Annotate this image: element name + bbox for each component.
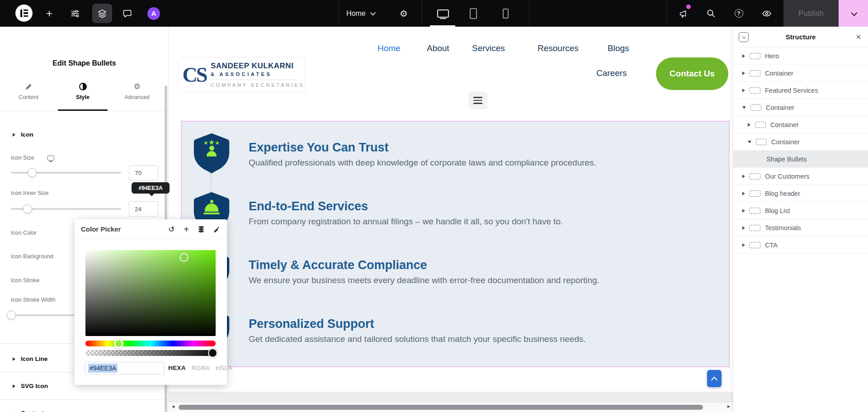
nav-link-blogs[interactable]: Blogs	[608, 43, 629, 53]
icon-size-slider[interactable]	[11, 172, 121, 174]
icon-stroke-label: Icon Stroke	[11, 277, 39, 284]
eyedropper-icon[interactable]	[211, 224, 222, 235]
site-settings-sliders-icon[interactable]	[69, 0, 81, 27]
reset-color-icon[interactable]: ↺	[166, 224, 177, 235]
device-mobile-icon[interactable]	[502, 0, 509, 27]
device-tablet-icon[interactable]	[469, 0, 477, 27]
divider	[211, 80, 297, 80]
gear-icon: ⚙	[133, 83, 140, 90]
icon-size-input[interactable]: 70	[129, 165, 158, 180]
caret-down-icon	[748, 141, 751, 143]
tree-item-container-child[interactable]: Container	[733, 116, 868, 133]
icon-inner-size-input[interactable]: 24	[129, 201, 158, 217]
tree-item-shape-bullets-selected[interactable]: Shape Bullets	[733, 151, 868, 168]
nav-link-about[interactable]: About	[427, 43, 449, 53]
container-icon	[750, 104, 761, 111]
whats-new-megaphone-icon[interactable]	[677, 0, 690, 27]
section-content[interactable]: Content	[13, 410, 44, 412]
horizontal-scrollbar-thumb[interactable]	[179, 405, 703, 410]
alpha-slider-handle[interactable]	[208, 348, 217, 358]
close-icon[interactable]: ✕	[854, 32, 863, 42]
section-svg-icon-label: SVG Icon	[21, 383, 48, 389]
page-settings-gear-icon[interactable]: ⚙	[397, 0, 410, 27]
format-hsla[interactable]: HSLA	[216, 365, 232, 371]
color-picker-header: Color Picker ↺ +	[75, 219, 227, 239]
global-colors-icon[interactable]	[196, 224, 207, 235]
tree-item-blog-list[interactable]: Blog List	[733, 202, 868, 219]
saturation-area[interactable]	[85, 250, 216, 336]
help-icon[interactable]: ?	[732, 0, 745, 27]
saturation-cursor[interactable]	[179, 253, 189, 262]
nav-link-services[interactable]: Services	[472, 43, 505, 53]
caret-right-icon	[742, 54, 745, 58]
tree-item-featured-services[interactable]: Featured Services	[733, 82, 868, 99]
pencil-icon	[25, 83, 33, 90]
hamburger-menu-icon[interactable]	[468, 91, 487, 109]
tree-item-label: Container	[765, 70, 793, 77]
icon-inner-size-slider-handle[interactable]	[23, 204, 32, 213]
tree-item-container[interactable]: Container	[733, 65, 868, 82]
hex-color-value: #94EE3A	[88, 364, 118, 373]
scroll-right-arrow-icon[interactable]: ►	[726, 404, 731, 409]
hex-color-input[interactable]: #94EE3A	[85, 362, 165, 374]
user-avatar[interactable]: A	[147, 0, 160, 27]
dome-icon	[203, 200, 220, 214]
tree-item-blog-header[interactable]: Blog header	[733, 185, 868, 202]
icon-inner-size-slider[interactable]	[11, 208, 121, 210]
container-icon	[750, 208, 760, 214]
color-picker-title: Color Picker	[81, 225, 121, 233]
icon-size-label: Icon Size	[11, 155, 34, 161]
section-icon-label: Icon	[21, 131, 33, 138]
feature-title: End-to-End Services	[249, 199, 368, 213]
tree-item-label: CTA	[765, 242, 778, 249]
tab-content[interactable]: Content	[4, 83, 53, 100]
tab-style[interactable]: Style	[58, 83, 108, 100]
tree-item-container-expanded[interactable]: Container	[733, 99, 868, 116]
tab-advanced[interactable]: ⚙ Advanced	[112, 83, 162, 100]
scroll-to-top-button[interactable]	[707, 370, 722, 387]
horizontal-scrollbar[interactable]: ◄ ►	[169, 402, 733, 412]
format-rgba[interactable]: RGBA	[192, 365, 210, 371]
tree-item-cta[interactable]: CTA	[733, 237, 868, 254]
tree-item-label: Testimonials	[765, 224, 801, 232]
contact-us-button[interactable]: Contact Us	[656, 57, 728, 90]
section-icon[interactable]: Icon	[13, 131, 33, 138]
container-icon	[750, 225, 760, 231]
section-svg-icon[interactable]: SVG Icon	[13, 383, 48, 389]
icon-size-slider-handle[interactable]	[28, 168, 37, 177]
caret-right-icon	[742, 209, 745, 213]
publish-options-dropdown[interactable]	[839, 0, 868, 27]
tree-item-testimonials[interactable]: Testimonials	[733, 219, 868, 237]
scroll-left-arrow-icon[interactable]: ◄	[171, 404, 175, 409]
section-icon-line[interactable]: Icon Line	[13, 355, 47, 362]
comments-icon[interactable]	[120, 0, 134, 27]
nav-link-resources[interactable]: Resources	[538, 43, 579, 53]
tree-item-container-child-expanded[interactable]: Container	[733, 133, 868, 151]
container-icon	[750, 190, 760, 197]
device-desktop-icon[interactable]	[437, 0, 449, 27]
hue-slider[interactable]	[85, 341, 216, 346]
preview-eye-icon[interactable]	[760, 0, 773, 27]
nav-link-careers[interactable]: Careers	[596, 68, 627, 78]
container-icon	[750, 242, 760, 248]
add-element-icon[interactable]: +	[43, 0, 55, 27]
responsive-monitor-icon[interactable]	[47, 156, 54, 161]
publish-button[interactable]: Publish	[783, 0, 839, 27]
elementor-logo[interactable]	[15, 5, 33, 22]
nav-link-home[interactable]: Home	[377, 43, 401, 53]
tree-item-our-customers[interactable]: Our Customers	[733, 168, 868, 185]
tree-item-hero[interactable]: Hero	[733, 47, 868, 65]
site-logo[interactable]: CS SANDEEP KULKARNI & ASSOCIATES COMPANY…	[178, 57, 305, 92]
caret-right-icon	[742, 226, 745, 230]
page-switcher[interactable]: Home	[346, 0, 374, 27]
brand-subname: & ASSOCIATES	[211, 71, 304, 77]
container-icon	[750, 87, 760, 94]
search-icon[interactable]	[704, 0, 717, 27]
add-color-icon[interactable]: +	[181, 224, 192, 235]
chevron-down-icon	[370, 10, 376, 16]
icon-stroke-width-slider-handle[interactable]	[7, 311, 16, 320]
alpha-slider[interactable]	[85, 350, 216, 356]
format-hexa[interactable]: HEXA	[168, 365, 186, 371]
hue-slider-handle[interactable]	[114, 339, 123, 348]
structure-layers-icon[interactable]	[92, 4, 112, 23]
